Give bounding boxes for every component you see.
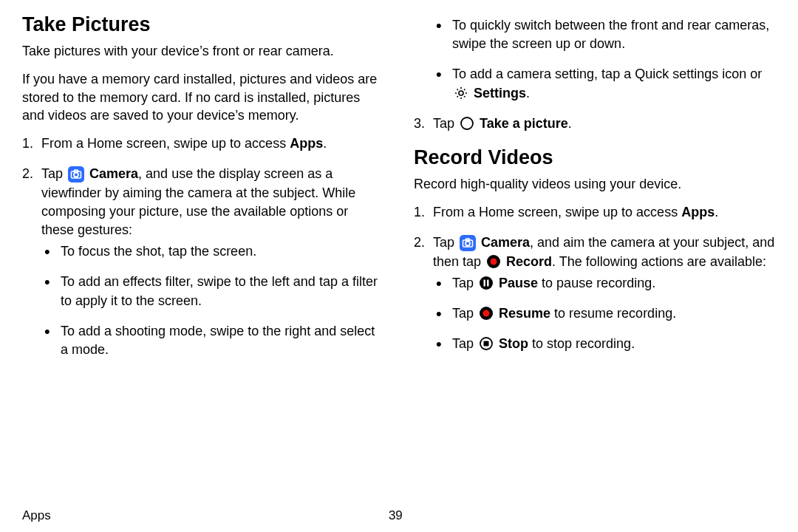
bold-camera: Camera: [481, 235, 530, 250]
record-steps: 1. From a Home screen, swipe up to acces…: [414, 203, 776, 353]
step-number: 2.: [414, 233, 425, 252]
text-tail: to resume recording.: [550, 306, 676, 321]
svg-rect-13: [484, 280, 485, 287]
text: To add a camera setting, tap a Quick set…: [452, 66, 762, 81]
bold-pause: Pause: [499, 276, 538, 290]
step-text-tail: . The following actions are available:: [552, 254, 766, 269]
svg-point-16: [483, 310, 490, 317]
step-number: 1.: [414, 203, 425, 222]
step-3: 3. Tap Take a picture.: [414, 115, 776, 133]
right-column: To quickly switch between the front and …: [414, 13, 776, 508]
camera-icon: [68, 166, 84, 183]
record-actions: Tap Pause to pause recording. Tap Resume…: [433, 274, 776, 354]
action-pause: Tap Pause to pause recording.: [433, 274, 776, 293]
bold-apps: Apps: [290, 136, 323, 151]
bold-camera: Camera: [89, 166, 138, 181]
bold-take-picture: Take a picture: [480, 116, 568, 131]
camera-icon: [460, 235, 476, 251]
text: Tap: [452, 336, 477, 351]
step-text: From a Home screen, swipe up to access: [433, 205, 681, 219]
text: Tap: [452, 276, 477, 290]
svg-point-12: [480, 276, 493, 290]
page-footer: Apps 39: [22, 508, 776, 528]
step-text: From a Home screen, swipe up to access: [41, 136, 290, 151]
shutter-icon: [460, 116, 474, 131]
bold-apps: Apps: [681, 205, 715, 219]
svg-rect-6: [460, 235, 476, 251]
record-intro: Record high-quality videos using your de…: [414, 175, 776, 193]
svg-point-4: [459, 91, 463, 95]
step-number: 3.: [414, 115, 425, 133]
svg-rect-0: [68, 166, 84, 183]
step-text: Tap: [433, 116, 458, 131]
svg-point-5: [461, 117, 473, 129]
record-step-1: 1. From a Home screen, swipe up to acces…: [414, 203, 776, 222]
intro-para-2: If you have a memory card installed, pic…: [22, 70, 384, 124]
step-number: 2.: [22, 165, 33, 183]
record-icon: [486, 254, 501, 269]
gesture-quick-settings: To add a camera setting, tap a Quick set…: [433, 65, 776, 102]
bold-resume: Resume: [499, 306, 550, 321]
gesture-switch-cam: To quickly switch between the front and …: [433, 16, 776, 53]
step-2: 2. Tap Camera, and use the display scree…: [22, 165, 384, 359]
gesture-list: To focus the shot, tap the screen. To ad…: [41, 242, 384, 359]
step-text: Tap: [433, 235, 458, 250]
step-text-tail: , and use the display screen as a viewfi…: [41, 166, 355, 237]
bold-stop: Stop: [499, 336, 528, 351]
svg-rect-14: [487, 280, 488, 287]
manual-page: Take Pictures Take pictures with your de…: [0, 0, 798, 532]
step-text: Tap: [41, 166, 66, 181]
stop-icon: [479, 336, 494, 351]
action-stop: Tap Stop to stop recording.: [433, 335, 776, 353]
step-text-tail: .: [568, 116, 572, 131]
text: Tap: [452, 306, 477, 321]
footer-page-number: 39: [389, 508, 403, 523]
bold-settings: Settings: [474, 86, 526, 100]
text-tail: .: [526, 86, 530, 100]
take-pictures-steps: 1. From a Home screen, swipe up to acces…: [22, 134, 384, 359]
text-tail: to stop recording.: [528, 336, 635, 351]
svg-point-11: [491, 258, 497, 265]
step-text-tail: .: [323, 136, 327, 151]
resume-icon: [479, 306, 494, 321]
action-resume: Tap Resume to resume recording.: [433, 304, 776, 323]
gesture-list-continued: To quickly switch between the front and …: [433, 16, 776, 103]
step-text-tail: .: [715, 205, 718, 219]
heading-record-videos: Record Videos: [414, 146, 776, 169]
gesture-filter: To add an effects filter, swipe to the l…: [41, 273, 384, 310]
gesture-mode: To add a shooting mode, swipe to the rig…: [41, 322, 384, 359]
two-column-layout: Take Pictures Take pictures with your de…: [22, 13, 776, 508]
step-number: 1.: [22, 134, 33, 153]
gear-icon: [454, 86, 468, 100]
footer-section: Apps: [22, 508, 51, 523]
intro-para-1: Take pictures with your device’s front o…: [22, 42, 384, 60]
bold-record: Record: [506, 254, 552, 269]
left-column: Take Pictures Take pictures with your de…: [22, 13, 384, 508]
pause-icon: [479, 276, 494, 290]
step-1: 1. From a Home screen, swipe up to acces…: [22, 134, 384, 153]
text-tail: to pause recording.: [538, 276, 655, 290]
svg-rect-18: [484, 341, 489, 347]
heading-take-pictures: Take Pictures: [22, 13, 384, 36]
record-step-2: 2. Tap Camera, and aim the camera at you…: [414, 233, 776, 353]
gesture-focus: To focus the shot, tap the screen.: [41, 242, 384, 261]
take-pictures-step3: 3. Tap Take a picture.: [414, 115, 776, 133]
